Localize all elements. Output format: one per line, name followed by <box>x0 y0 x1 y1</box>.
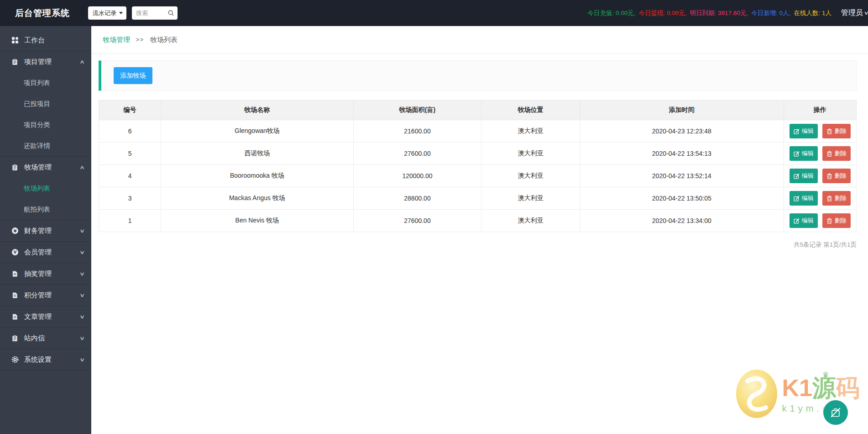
main-content: 添加牧场 编号牧场名称牧场面积(亩)牧场位置添加时间操作 6Glengowan牧… <box>91 54 868 434</box>
delete-button[interactable]: 删除 <box>822 124 851 138</box>
chevron-down-icon: ∨ <box>79 292 85 298</box>
chevron-down-icon: ∨ <box>79 335 85 341</box>
stat-item: 明日到期: 3917.60元, <box>690 9 748 17</box>
edit-button[interactable]: 编辑 <box>790 146 818 161</box>
cell-area: 28800.00 <box>353 187 481 210</box>
sidebar-item[interactable]: 积分管理∨ <box>0 285 91 306</box>
add-pasture-button[interactable]: 添加牧场 <box>114 67 152 84</box>
column-header: 编号 <box>99 101 161 120</box>
clipboard-icon <box>11 164 19 171</box>
breadcrumb-separator: >> <box>136 37 144 43</box>
breadcrumb-current: 牧场列表 <box>150 36 178 44</box>
admin-user-menu[interactable]: 管理员 ∨ <box>841 8 868 18</box>
module-select-value: 流水记录 <box>93 9 116 17</box>
trash-icon <box>826 196 832 201</box>
cell-time: 2020-04-22 13:54:13 <box>580 143 784 165</box>
sidebar-item[interactable]: 项目管理∧ <box>0 51 91 72</box>
sidebar-item-label: 站内信 <box>24 334 45 343</box>
column-header: 牧场面积(亩) <box>353 101 481 120</box>
sidebar-subitem[interactable]: 项目分类 <box>0 114 91 135</box>
cell-id: 4 <box>99 165 161 187</box>
file-icon <box>11 270 19 278</box>
delete-button[interactable]: 删除 <box>822 146 851 161</box>
no-bag-badge-button[interactable] <box>823 400 848 425</box>
edit-button[interactable]: 编辑 <box>790 124 818 138</box>
sidebar-item-label: 积分管理 <box>24 291 52 300</box>
sidebar-item[interactable]: 牧场管理∧ <box>0 157 91 178</box>
edit-button[interactable]: 编辑 <box>790 191 818 206</box>
cell-actions: 编辑删除 <box>784 120 856 143</box>
edit-button[interactable]: 编辑 <box>790 169 818 183</box>
trash-icon <box>826 128 832 134</box>
breadcrumb-parent-link[interactable]: 牧场管理 <box>103 36 130 44</box>
cell-actions: 编辑删除 <box>784 165 856 187</box>
sidebar-item[interactable]: 系统设置∨ <box>0 349 91 370</box>
sidebar-item-label: 工作台 <box>24 36 45 45</box>
cell-area: 120000.00 <box>353 165 481 187</box>
sidebar-item[interactable]: 工作台 <box>0 30 91 51</box>
sidebar-item[interactable]: V会员管理∨ <box>0 242 91 263</box>
table-body: 6Glengowan牧场21600.00澳大利亚2020-04-23 12:23… <box>99 120 857 232</box>
cell-id: 6 <box>99 120 161 143</box>
search-icon[interactable] <box>167 10 174 16</box>
delete-button[interactable]: 删除 <box>822 213 851 228</box>
sidebar-item[interactable]: 文章管理∨ <box>0 306 91 327</box>
edit-icon <box>794 128 800 134</box>
sidebar-subitem[interactable]: 项目列表 <box>0 72 91 93</box>
table-row: 4Booroomooka 牧场120000.00澳大利亚2020-04-22 1… <box>99 165 857 187</box>
module-select[interactable]: 流水记录 <box>88 6 126 20</box>
svg-text:V: V <box>14 250 17 254</box>
table-row: 5西诺牧场27600.00澳大利亚2020-04-22 13:54:13编辑删除 <box>99 143 857 165</box>
chevron-down-icon: ∨ <box>79 249 85 255</box>
admin-user-name: 管理员 <box>841 8 863 18</box>
sidebar-subitem[interactable]: 航拍列表 <box>0 199 91 220</box>
gear-icon <box>11 356 19 364</box>
trash-icon <box>826 151 832 157</box>
cell-id: 1 <box>99 210 161 232</box>
column-header: 操作 <box>784 101 856 120</box>
table-row: 6Glengowan牧场21600.00澳大利亚2020-04-23 12:23… <box>99 120 857 143</box>
edit-button[interactable]: 编辑 <box>790 213 818 228</box>
stat-item: 在线人数: 1人 <box>794 9 831 17</box>
pasture-table: 编号牧场名称牧场面积(亩)牧场位置添加时间操作 6Glengowan牧场2160… <box>99 100 857 232</box>
sidebar-subitem[interactable]: 牧场列表 <box>0 178 91 199</box>
trash-icon <box>826 218 832 224</box>
pagination-summary: 共5条记录 第1页/共1页 <box>99 241 857 249</box>
cell-actions: 编辑删除 <box>784 210 856 232</box>
delete-button[interactable]: 删除 <box>822 191 851 206</box>
cell-location: 澳大利亚 <box>481 120 580 143</box>
sidebar-subitem[interactable]: 已投项目 <box>0 93 91 114</box>
cell-location: 澳大利亚 <box>481 210 580 232</box>
chevron-up-icon: ∧ <box>79 164 85 170</box>
edit-icon <box>794 173 800 179</box>
cell-name: Glengowan牧场 <box>161 120 354 143</box>
member-icon: V <box>11 249 19 256</box>
sidebar-subitem[interactable]: 还款详情 <box>0 135 91 156</box>
clipboard-icon <box>11 58 19 66</box>
cell-name: Booroomooka 牧场 <box>161 165 354 187</box>
delete-button[interactable]: 删除 <box>822 169 851 183</box>
clipboard-icon <box>11 334 19 342</box>
sidebar-item[interactable]: 抽奖管理∨ <box>0 263 91 284</box>
sidebar-item-label: 财务管理 <box>24 227 52 235</box>
search-box[interactable] <box>132 6 178 20</box>
cell-actions: 编辑删除 <box>784 143 856 165</box>
cell-area: 21600.00 <box>353 120 481 143</box>
breadcrumb: 牧场管理 >> 牧场列表 <box>91 26 868 54</box>
cell-time: 2020-04-22 13:52:14 <box>580 165 784 187</box>
cell-actions: 编辑删除 <box>784 187 856 210</box>
chevron-up-icon: ∧ <box>79 59 85 65</box>
sidebar-item[interactable]: ¥财务管理∨ <box>0 220 91 241</box>
chevron-down-icon <box>119 12 123 14</box>
header-stats: 今日充值: 0.00元,今日提现: 0.00元,明日到期: 3917.60元,今… <box>588 9 840 17</box>
search-input[interactable] <box>136 10 165 16</box>
sidebar-item[interactable]: 站内信∨ <box>0 328 91 349</box>
chevron-down-icon: ∨ <box>79 357 85 363</box>
table-row: 1Ben Nevis 牧场27600.00澳大利亚2020-04-22 13:3… <box>99 210 857 232</box>
sidebar-item-label: 文章管理 <box>24 312 52 321</box>
sidebar-item-label: 系统设置 <box>24 355 52 364</box>
cell-time: 2020-04-23 12:23:48 <box>580 120 784 143</box>
chevron-down-icon: ∨ <box>79 271 85 277</box>
table-header-row: 编号牧场名称牧场面积(亩)牧场位置添加时间操作 <box>99 101 857 120</box>
app-title: 后台管理系统 <box>15 7 70 19</box>
